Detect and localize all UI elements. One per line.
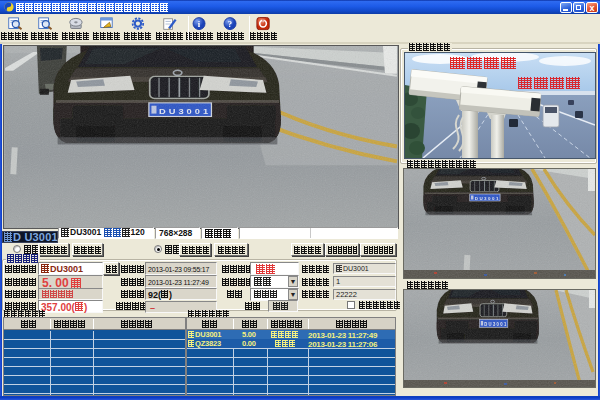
- svg-text:?: ?: [228, 19, 232, 29]
